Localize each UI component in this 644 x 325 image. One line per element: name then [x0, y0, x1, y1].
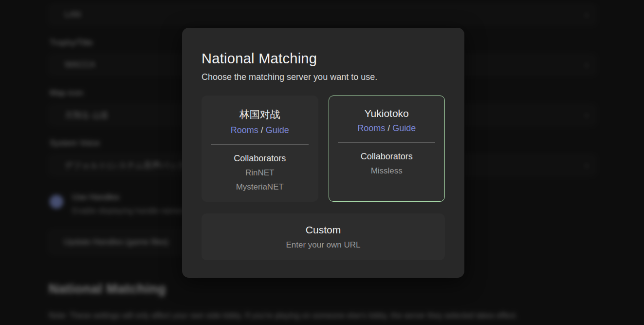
use-handles-description: Enable displaying handle names [72, 207, 184, 215]
guide-link[interactable]: Guide [266, 125, 289, 135]
collaborators-label: Collaborators [208, 153, 312, 164]
server-card-yukiotoko[interactable]: Yukiotoko Rooms / Guide Collaborators Mi… [329, 96, 445, 202]
custom-server-card[interactable]: Custom Enter your own URL [202, 213, 445, 260]
link-separator: / [387, 123, 390, 133]
collaborators-label: Collaborators [335, 152, 439, 162]
collaborator-name: MysteriaNET [208, 182, 312, 192]
custom-card-subtitle: Enter your own URL [286, 240, 360, 250]
collaborator-name: RinNET [208, 168, 312, 178]
national-matching-section-heading: National Matching [49, 282, 596, 297]
modal-subtitle: Choose the matching server you want to u… [202, 72, 445, 82]
rooms-link[interactable]: Rooms [357, 123, 385, 133]
card-divider [211, 144, 309, 145]
modal-title: National Matching [202, 51, 445, 67]
trophy-title-value: WACCA [65, 60, 95, 70]
national-matching-note: Note: These settings will only affect yo… [49, 311, 596, 320]
guide-link[interactable]: Guide [392, 123, 416, 133]
background-select-top[interactable]: LAN › [49, 4, 596, 25]
collaborator-name: Missless [335, 166, 439, 176]
server-name: Yukiotoko [335, 108, 439, 119]
map-icon-value: 天翔る 山道 [65, 110, 109, 121]
national-matching-modal: National Matching Choose the matching se… [182, 28, 464, 278]
chevron-right-icon: › [585, 160, 588, 171]
chevron-right-icon: › [585, 60, 588, 70]
use-handles-checkbox[interactable] [50, 195, 63, 209]
link-separator: / [261, 125, 263, 135]
use-handles-label: Use Handles [72, 192, 184, 202]
server-card-linguo[interactable]: 林国对战 Rooms / Guide Collaborators RinNET … [202, 96, 318, 202]
card-divider [338, 142, 435, 143]
rooms-link[interactable]: Rooms [231, 125, 258, 135]
custom-card-title: Custom [306, 224, 341, 236]
background-select-top-value: LAN [65, 10, 81, 19]
server-options: 林国对战 Rooms / Guide Collaborators RinNET … [202, 96, 445, 202]
chevron-right-icon: › [585, 10, 588, 20]
system-voice-value: デフォルト(システム音声パック) [65, 160, 188, 171]
chevron-right-icon: › [585, 110, 588, 120]
server-name: 林国对战 [208, 108, 312, 121]
